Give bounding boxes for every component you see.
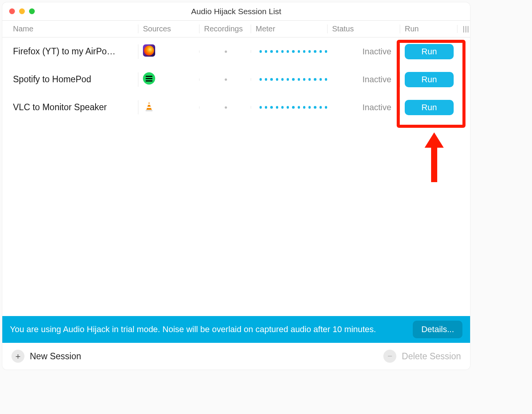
window-controls: [9, 8, 35, 14]
session-status: Inactive: [327, 75, 400, 85]
column-header-name[interactable]: Name: [2, 24, 138, 33]
app-window: Audio Hijack Session List Name Sources R…: [2, 2, 470, 370]
session-recordings: [199, 51, 251, 53]
session-row[interactable]: Firefox (YT) to my AirPo… Inactive Run: [2, 37, 470, 65]
session-list: Firefox (YT) to my AirPo… Inactive Run S…: [2, 37, 470, 316]
delete-session-button[interactable]: −: [383, 350, 396, 363]
plus-icon: ＋: [14, 350, 22, 362]
delete-session-label: Delete Session: [402, 351, 461, 362]
session-name: Firefox (YT) to my AirPo…: [2, 46, 138, 57]
titlebar: Audio Hijack Session List: [2, 2, 470, 21]
session-source: [138, 72, 199, 87]
column-header-status[interactable]: Status: [327, 24, 400, 33]
column-header-sources[interactable]: Sources: [138, 24, 199, 33]
recording-indicator-icon: [225, 78, 227, 81]
session-source: [138, 44, 199, 59]
svg-marker-4: [425, 132, 444, 182]
session-name: Spotify to HomePod: [2, 74, 138, 85]
session-run-cell: Run: [400, 72, 457, 87]
session-row[interactable]: VLC to Monitor Speaker Inactive Run: [2, 93, 470, 121]
session-run-cell: Run: [400, 100, 457, 115]
level-meter-icon: [256, 78, 327, 81]
close-window-button[interactable]: [9, 8, 15, 14]
window-title: Audio Hijack Session List: [191, 7, 281, 16]
column-header-meter[interactable]: Meter: [251, 24, 327, 33]
session-meter: [251, 78, 327, 81]
level-meter-icon: [256, 50, 327, 53]
new-session-button[interactable]: ＋: [11, 350, 24, 363]
columns-icon: |||: [463, 25, 469, 33]
footer-toolbar: ＋ New Session − Delete Session: [2, 343, 470, 370]
zoom-window-button[interactable]: [29, 8, 35, 14]
spotify-icon: [143, 72, 155, 85]
annotation-arrow-icon: [423, 132, 446, 182]
session-meter: [251, 50, 327, 53]
trial-mode-banner: You are using Audio Hijack in trial mode…: [2, 316, 470, 343]
session-source: [138, 100, 199, 114]
trial-mode-message: You are using Audio Hijack in trial mode…: [10, 324, 405, 335]
level-meter-icon: [256, 106, 327, 109]
session-status: Inactive: [327, 103, 400, 112]
svg-rect-2: [148, 104, 150, 105]
column-header-run[interactable]: Run: [400, 24, 457, 33]
new-session-label: New Session: [30, 351, 81, 362]
run-button[interactable]: Run: [405, 100, 454, 115]
session-name: VLC to Monitor Speaker: [2, 102, 138, 112]
table-header-row: Name Sources Recordings Meter Status Run…: [2, 21, 470, 37]
column-picker[interactable]: |||: [457, 25, 470, 33]
svg-rect-1: [146, 110, 152, 111]
session-row[interactable]: Spotify to HomePod Inactive Run: [2, 65, 470, 93]
minimize-window-button[interactable]: [19, 8, 25, 14]
session-recordings: [199, 106, 251, 109]
svg-rect-3: [147, 107, 151, 108]
session-run-cell: Run: [400, 44, 457, 59]
session-recordings: [199, 78, 251, 81]
recording-indicator-icon: [225, 51, 227, 53]
session-meter: [251, 106, 327, 109]
run-button[interactable]: Run: [405, 44, 454, 59]
run-button[interactable]: Run: [405, 72, 454, 87]
session-status: Inactive: [327, 47, 400, 57]
firefox-icon: [143, 44, 155, 57]
minus-icon: −: [388, 351, 393, 361]
trial-details-button[interactable]: Details...: [413, 321, 462, 338]
svg-marker-0: [146, 102, 152, 110]
column-header-recordings[interactable]: Recordings: [199, 24, 251, 33]
vlc-icon: [143, 100, 155, 112]
recording-indicator-icon: [225, 106, 227, 109]
